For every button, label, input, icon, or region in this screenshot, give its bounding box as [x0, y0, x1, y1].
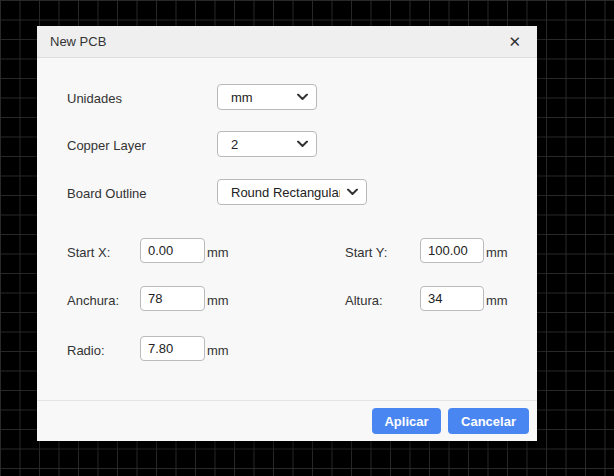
unidades-select-wrap: mm	[217, 84, 317, 110]
start-x-input[interactable]	[140, 238, 205, 263]
anchura-unit: mm	[207, 293, 229, 308]
start-y-label: Start Y:	[345, 245, 387, 260]
board-outline-select-wrap: Round Rectangular	[217, 179, 367, 205]
dialog-titlebar[interactable]: New PCB ✕	[37, 26, 537, 58]
radio-unit: mm	[207, 343, 229, 358]
footer-divider	[37, 400, 537, 401]
altura-input[interactable]	[420, 286, 484, 311]
start-y-unit: mm	[486, 245, 508, 260]
unidades-label: Unidades	[67, 91, 122, 106]
radio-input[interactable]	[140, 336, 205, 361]
anchura-input[interactable]	[140, 286, 205, 311]
start-y-input[interactable]	[420, 238, 484, 263]
altura-unit: mm	[486, 293, 508, 308]
pcb-canvas-background: { "dialog": { "title": "New PCB", "close…	[0, 0, 614, 476]
cancel-button[interactable]: Cancelar	[448, 408, 529, 434]
new-pcb-dialog: New PCB ✕ Unidades mm Copper Layer 2 Boa…	[37, 26, 537, 441]
copper-layer-label: Copper Layer	[67, 138, 146, 153]
board-outline-select[interactable]: Round Rectangular	[217, 179, 367, 205]
close-icon[interactable]: ✕	[505, 32, 524, 51]
radio-label: Radio:	[67, 343, 105, 358]
start-x-label: Start X:	[67, 245, 110, 260]
start-x-unit: mm	[207, 245, 229, 260]
dialog-title: New PCB	[50, 34, 106, 49]
anchura-label: Anchura:	[67, 293, 119, 308]
unidades-select[interactable]: mm	[217, 84, 317, 110]
board-outline-label: Board Outline	[67, 186, 147, 201]
copper-layer-select[interactable]: 2	[217, 131, 317, 157]
altura-label: Altura:	[345, 293, 383, 308]
copper-layer-select-wrap: 2	[217, 131, 317, 157]
apply-button[interactable]: Aplicar	[372, 408, 441, 434]
